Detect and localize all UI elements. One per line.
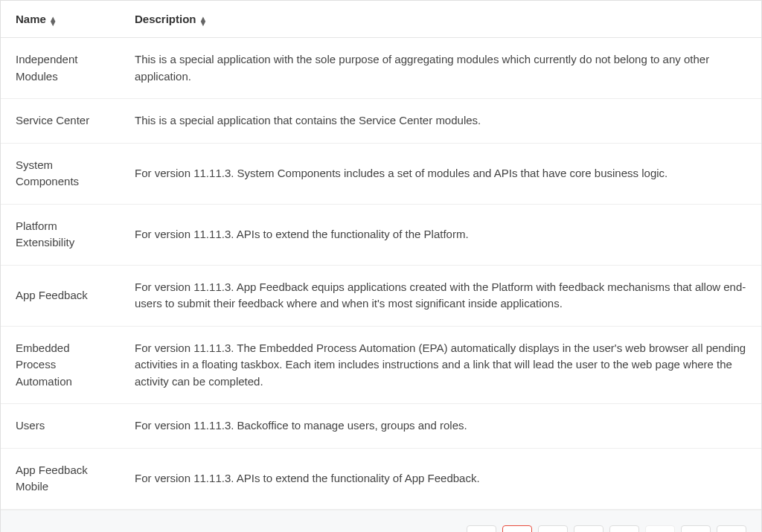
cell-description: For version 11.11.3. App Feedback equips… bbox=[120, 265, 761, 326]
pagination-prev-button[interactable]: ‹ bbox=[467, 525, 496, 533]
pagination-page-button[interactable]: 4 bbox=[609, 525, 639, 533]
pagination-page-button[interactable]: 2 bbox=[538, 525, 568, 533]
cell-name: Independent Modules bbox=[1, 38, 120, 99]
cell-description: For version 11.11.3. System Components i… bbox=[120, 143, 761, 204]
table-container: Name ▲ ▼ Description ▲ ▼ bbox=[0, 0, 762, 532]
table-row[interactable]: Independent Modules This is a special ap… bbox=[1, 38, 761, 99]
cell-name: App Feedback Mobile bbox=[1, 448, 120, 509]
table-header-row: Name ▲ ▼ Description ▲ ▼ bbox=[1, 1, 761, 38]
table-row[interactable]: App Feedback For version 11.11.3. App Fe… bbox=[1, 265, 761, 326]
cell-description: For version 11.11.3. APIs to extend the … bbox=[120, 204, 761, 265]
cell-description: This is a special application with the s… bbox=[120, 38, 761, 99]
pagination-ellipsis: ... bbox=[645, 525, 675, 533]
cell-name: Service Center bbox=[1, 99, 120, 144]
table-row[interactable]: Users For version 11.11.3. Backoffice to… bbox=[1, 404, 761, 449]
cell-description: For version 11.11.3. The Embedded Proces… bbox=[120, 326, 761, 404]
pagination-page-button[interactable]: 17 bbox=[681, 525, 711, 533]
table-row[interactable]: Service Center This is a special applica… bbox=[1, 99, 761, 144]
cell-description: This is a special application that conta… bbox=[120, 99, 761, 144]
table-row[interactable]: Embedded Process Automation For version … bbox=[1, 326, 761, 404]
column-header-description[interactable]: Description ▲ ▼ bbox=[120, 1, 761, 38]
pagination-page-button[interactable]: 3 bbox=[574, 525, 603, 533]
pagination-next-button[interactable]: › bbox=[717, 525, 746, 533]
cell-name: System Components bbox=[1, 143, 120, 204]
cell-description: For version 11.11.3. Backoffice to manag… bbox=[120, 404, 761, 449]
table-body: Independent Modules This is a special ap… bbox=[1, 38, 761, 510]
cell-name: Embedded Process Automation bbox=[1, 326, 120, 404]
cell-name: App Feedback bbox=[1, 265, 120, 326]
cell-name: Users bbox=[1, 404, 120, 449]
table-row[interactable]: App Feedback Mobile For version 11.11.3.… bbox=[1, 448, 761, 509]
sort-icon: ▲ ▼ bbox=[199, 15, 208, 24]
cell-description: For version 11.11.3. APIs to extend the … bbox=[120, 448, 761, 509]
table-row[interactable]: Platform Extensibility For version 11.11… bbox=[1, 204, 761, 265]
data-table: Name ▲ ▼ Description ▲ ▼ bbox=[1, 1, 761, 510]
column-description-label: Description bbox=[135, 13, 196, 25]
cell-name: Platform Extensibility bbox=[1, 204, 120, 265]
column-name-label: Name bbox=[16, 13, 46, 25]
table-footer: 1 to 8 of 136 items ‹ 1 2 3 4 ... 17 › bbox=[1, 510, 761, 533]
pagination: ‹ 1 2 3 4 ... 17 › bbox=[467, 525, 746, 533]
column-header-name[interactable]: Name ▲ ▼ bbox=[1, 1, 120, 38]
sort-icon: ▲ ▼ bbox=[49, 15, 57, 24]
table-row[interactable]: System Components For version 11.11.3. S… bbox=[1, 143, 761, 204]
pagination-page-button[interactable]: 1 bbox=[502, 525, 532, 533]
